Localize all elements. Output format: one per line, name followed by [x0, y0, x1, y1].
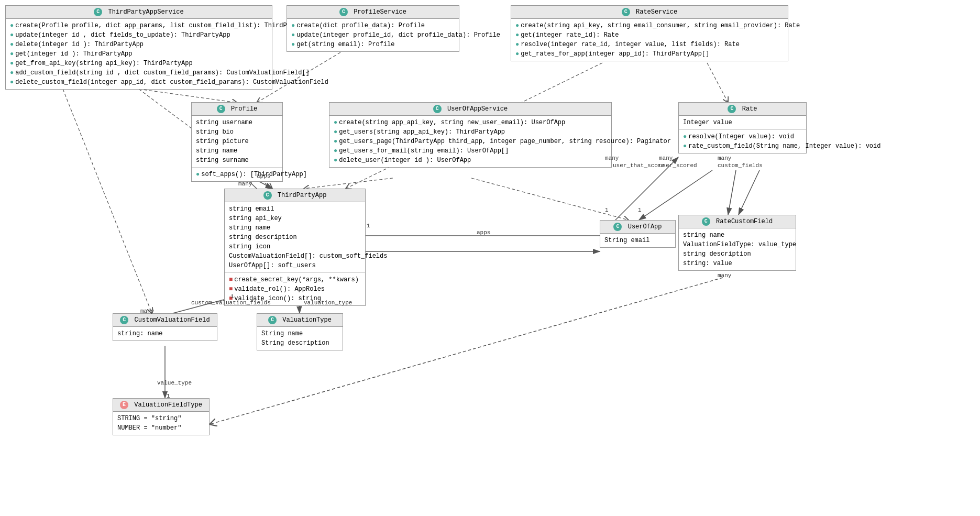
- label-custom-valuation-fields: custom_valuation_fields: [191, 300, 271, 306]
- icon-c-userofappservice: C: [433, 105, 442, 113]
- box-ratecustomfield: C RateCustomField string name ValuationF…: [678, 215, 796, 271]
- svg-line-2: [139, 89, 237, 103]
- svg-line-9: [304, 178, 393, 189]
- label-one-cvf: 1: [230, 293, 234, 300]
- header-valuationtype: C ValuationType: [257, 314, 343, 327]
- attrs-customvaluationfield: string: name: [113, 327, 217, 341]
- header-ratecustomfield: C RateCustomField: [679, 215, 796, 228]
- header-thirdpartyappservice: C ThirdPartyAppService: [6, 6, 272, 19]
- svg-line-6: [707, 63, 728, 103]
- uml-diagram: C ThirdPartyAppService create(Profile pr…: [0, 0, 980, 516]
- attrs-rate: Integer value: [679, 116, 806, 130]
- label-one-vft: 1: [167, 393, 170, 399]
- header-customvaluationfield: C CustomValuationField: [113, 314, 217, 327]
- methods-thirdpartyappservice: create(Profile profile, dict app_params,…: [6, 19, 272, 89]
- attrs-thirdpartyapp: string email string api_key string name …: [225, 202, 365, 273]
- methods-profileservice: create(dict profile_data): Profile updat…: [287, 19, 459, 51]
- label-apps-right: apps: [477, 229, 490, 236]
- icon-c-userofapp: C: [613, 223, 622, 231]
- box-thirdpartyapp: C ThirdPartyApp string email string api_…: [224, 189, 366, 306]
- box-thirdpartyappservice: C ThirdPartyAppService create(Profile pr…: [5, 5, 272, 90]
- box-valuationtype: C ValuationType String name String descr…: [257, 313, 343, 350]
- label-many-lower: many: [718, 272, 731, 279]
- svg-line-8: [471, 178, 629, 220]
- header-userofappservice: C UserOfAppService: [329, 103, 611, 116]
- label-many-rate2: many: [659, 155, 673, 161]
- box-rateservice: C RateService create(string api_key, str…: [511, 5, 788, 61]
- label-user-scored: user_scored: [659, 162, 697, 169]
- label-custom-fields: custom_fields: [718, 162, 763, 169]
- header-userofapp: C UserOfApp: [600, 221, 675, 234]
- label-user-that-score: user_that_score: [613, 162, 665, 169]
- label-many-rate3: many: [718, 155, 731, 161]
- box-userofapp: C UserOfApp String email: [600, 220, 676, 248]
- box-rate: C Rate Integer value resolve(Integer val…: [678, 102, 807, 153]
- icon-c-profile: C: [217, 105, 225, 113]
- label-one2: 1: [638, 207, 642, 213]
- svg-line-20: [739, 170, 759, 215]
- label-many-top: many: [238, 181, 252, 187]
- svg-line-18: [728, 170, 736, 215]
- icon-c-profileservice: C: [339, 8, 348, 16]
- icon-c-customvaluationfield: C: [120, 316, 128, 324]
- header-profileservice: C ProfileService: [287, 6, 459, 19]
- methods-rateservice: create(string api_key, string email_cons…: [511, 19, 788, 61]
- box-userofappservice: C UserOfAppService create(string app_api…: [329, 102, 612, 168]
- icon-c-ratecustomfield: C: [702, 217, 710, 226]
- label-many-rate1: many: [605, 155, 619, 161]
- header-thirdpartyapp: C ThirdPartyApp: [225, 189, 365, 202]
- attrs-ratecustomfield: string name ValuationFieldType: value_ty…: [679, 228, 796, 270]
- attrs-profile: string username string bio string pictur…: [192, 116, 282, 168]
- label-apps-top: apps: [257, 173, 270, 179]
- label-one1: 1: [605, 207, 609, 213]
- header-profile: C Profile: [192, 103, 282, 116]
- attrs-valuationtype: String name String description: [257, 327, 343, 350]
- icon-c-thirdpartyapp: C: [263, 191, 272, 200]
- icon-c-rateservice: C: [622, 8, 630, 16]
- label-valuation-type: valuation_type: [304, 300, 352, 306]
- label-one-tpa: 1: [367, 223, 370, 229]
- icon-c-thirdpartyappservice: C: [94, 8, 102, 16]
- header-valuationfieldtype: E ValuationFieldType: [113, 399, 209, 412]
- box-profileservice: C ProfileService create(dict profile_dat…: [287, 5, 459, 52]
- box-profile: C Profile string username string bio str…: [191, 102, 283, 182]
- icon-c-valuationtype: C: [268, 316, 277, 324]
- methods-rate: resolve(Integer value): void rate_custom…: [679, 130, 806, 153]
- methods-userofappservice: create(string app_api_key, string new_us…: [329, 116, 611, 167]
- icon-e-valuationfieldtype: E: [120, 401, 128, 409]
- label-many-cvf: many: [140, 308, 154, 314]
- attrs-valuationfieldtype: STRING = "string" NUMBER = "number": [113, 412, 209, 435]
- header-rate: C Rate: [679, 103, 806, 116]
- header-rateservice: C RateService: [511, 6, 788, 19]
- svg-line-19: [639, 170, 712, 220]
- box-customvaluationfield: C CustomValuationField string: name: [113, 313, 217, 341]
- label-value-type: value_type: [157, 380, 192, 386]
- svg-line-4: [63, 89, 152, 313]
- box-valuationfieldtype: E ValuationFieldType STRING = "string" N…: [113, 398, 210, 435]
- icon-c-rate: C: [728, 105, 736, 113]
- attrs-userofapp: String email: [600, 234, 675, 247]
